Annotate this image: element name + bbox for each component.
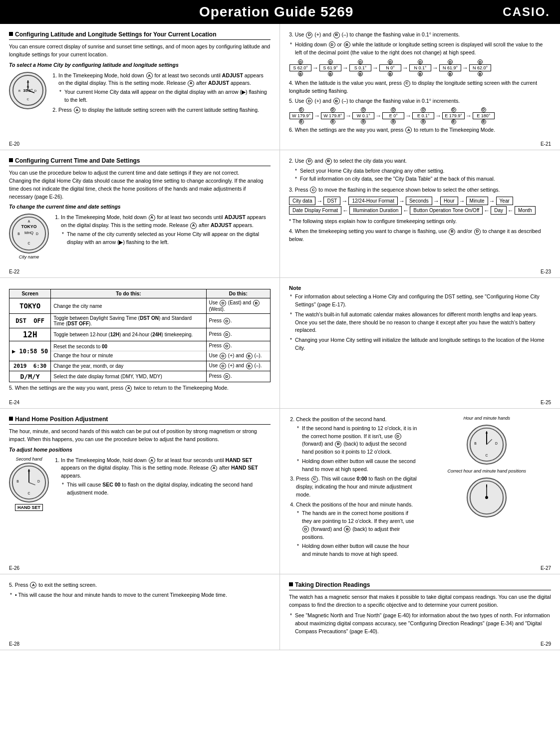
page-e21: E-21 [541,141,551,147]
e23-step3: 3. Press C to move the flashing in the s… [289,186,551,194]
table-row: 2019 6:30 Change the year, month, or day… [9,361,271,371]
svg-text:B: B [17,232,20,236]
e26-diagram: Second hand A D C B HAND SET [9,457,271,511]
flow-month: Month [515,206,536,215]
section-e29: Taking Direction Readings The watch has … [280,574,560,650]
e23-step4: 4. When the timekeeping setting you want… [289,228,551,244]
do-12h: Press D. [206,328,270,341]
e21-step6: 6. When the settings are the way you wan… [289,126,551,134]
correct-label: Correct hour and minute hand positions [447,469,526,474]
watch-diagram-e20: A N 35.1° D C B [9,72,46,109]
section-e22: Configuring Current Time and Date Settin… [0,150,280,277]
e21-step3-note: Holding down D or B while the latitude o… [289,41,551,57]
flow-city-data: City data [289,197,315,205]
flow-date-format: Date Display Format [289,206,341,215]
flow-year: Year [496,197,513,205]
action-time: Reset the seconds to 00 Change the hour … [51,341,206,361]
e21-step5: 5. Use D (+) and B (–) to change the fla… [289,97,551,105]
page-e29: E-29 [541,641,551,647]
section-row-1: Configuring Latitude and Longitude Setti… [0,24,560,150]
table-row: ▶ 10:58 50 Reset the seconds to 00 Chang… [9,341,271,361]
e27-step-4: Check the positions of the hour and minu… [296,501,418,558]
lon-coords: DW 179.9°B → DW 179.8°B → DW 0.1°B → DE … [289,107,551,124]
flow-hour: Hour [440,197,458,205]
col-todo: To do this: [51,289,206,298]
table-row: DST OFF Toggle between Daylight Saving T… [9,314,271,328]
e22-diagram: A TOKYO MHQ D C B City name In the Timek… [9,214,271,259]
watch-e26: A D C B [9,463,49,502]
e21-step4: 4. When the latitude is the value you wa… [289,79,551,95]
lat-coords: DS 62.0°B → DS 61.9°B → DS 0.1°B → DN 0°… [289,59,551,76]
e23-note: * The following steps explain how to con… [289,218,551,226]
note-item-1: For information about selecting a Home C… [289,293,551,309]
e21-step3-label: 3. Use D (+) and B (–) to change the fla… [289,31,551,39]
svg-text:C: C [28,492,30,495]
e29-title: Taking Direction Readings [289,581,551,590]
svg-text:B: B [18,89,20,92]
screen-tokyo: TOKYO [9,298,51,314]
page-e25: E-25 [541,400,551,405]
hour-minute-label: Hour and minute hands [463,416,510,421]
e27-step-3: Press C. This will cause 0:00 to flash o… [296,475,418,499]
section-e27: Check the position of the second hand. I… [280,409,560,574]
e20-steps: In the Timekeeping Mode, hold down A for… [51,72,271,116]
watch-e27-bottom [467,478,507,517]
page-title: Operation Guide 5269 [50,4,503,20]
section-e25: Note For information about selecting a H… [280,278,560,408]
svg-text:C: C [26,98,29,101]
flow-12-24: 12/24-Hour Format [348,197,397,205]
e20-title: Configuring Latitude and Longitude Setti… [9,31,271,40]
svg-text:TOKYO: TOKYO [21,225,37,230]
e28-step5: 5. Press A to exit the setting screen. [9,581,271,589]
flow-illum: Illumination Duration [349,206,402,215]
e22-subtitle: To change the current time and date sett… [9,204,271,210]
page-e26: E-26 [9,565,19,571]
e26-intro: The hour, minute, and second hands of th… [9,428,271,444]
e27-layout: Check the position of the second hand. I… [289,416,551,560]
casio-logo: CASIO. [503,5,550,19]
flow-minute: Minute [466,197,488,205]
svg-text:MHQ: MHQ [24,231,33,235]
settings-table: Screen To do this: Do this: TOKYO Change… [9,289,271,382]
second-hand-label: Second hand [15,457,42,462]
screen-time: ▶ 10:58 50 [9,341,51,361]
e24-step5: 5. When the settings are the way you wan… [9,384,271,392]
section-e28: 5. Press A to exit the setting screen. •… [0,574,280,650]
section-row-4: Hand Home Position Adjustment The hour, … [0,409,560,574]
e26-title: Hand Home Position Adjustment [9,416,271,425]
flow-day: Day [491,206,507,215]
e29-intro: The watch has a magnetic sensor that mak… [289,593,551,609]
section-e26: Hand Home Position Adjustment The hour, … [0,409,280,574]
note-item-3: Changing your Home City setting will ini… [289,336,551,352]
action-tokyo: Change the city name [51,298,206,314]
svg-text:B: B [16,480,19,483]
flow-btn-tone: Button Operation Tone On/Off [410,206,483,215]
watch-e27-top: A D C B [467,425,507,465]
e22-title: Configuring Current Time and Date Settin… [9,157,271,166]
e26-step-1: In the Timekeeping Mode, hold down A for… [54,457,271,499]
flow-row-2: Date Display Format ← Illumination Durat… [289,206,551,215]
action-date: Change the year, month, or day [51,361,206,371]
do-date: Use D (+) and B (–). [206,361,270,371]
svg-text:D: D [34,89,36,92]
section-row-5: 5. Press A to exit the setting screen. •… [0,574,560,650]
e20-intro: You can ensure correct display of sunris… [9,43,271,59]
section-row-2: Configuring Current Time and Date Settin… [0,150,560,278]
section-e20: Configuring Latitude and Longitude Setti… [0,24,280,150]
table-row: TOKYO Change the city name Use D (East) … [9,298,271,314]
e22-step-1: In the Timekeeping Mode, hold down A for… [61,214,271,246]
flow-seconds: Seconds [406,197,432,205]
table-row: 12H Toggle between 12-hour (12H) and 24-… [9,328,271,341]
flow-row-1: City data → DST → 12/24-Hour Format → Se… [289,197,551,205]
page-header: Operation Guide 5269 CASIO. [0,0,560,24]
screen-12h: 12H [9,328,51,341]
screen-dmy: D/M/Y [9,371,51,382]
e26-subtitle: To adjust home positions [9,447,271,453]
e27-steps-col: Check the position of the second hand. I… [289,416,418,560]
svg-text:C: C [28,242,30,246]
screen-date: 2019 6:30 [9,361,51,371]
svg-point-34 [485,496,488,499]
svg-text:B: B [475,442,477,445]
e27-diagram-col: Hour and minute hands A D C B Correct ho… [423,416,552,560]
flow-dst: DST [323,197,340,205]
